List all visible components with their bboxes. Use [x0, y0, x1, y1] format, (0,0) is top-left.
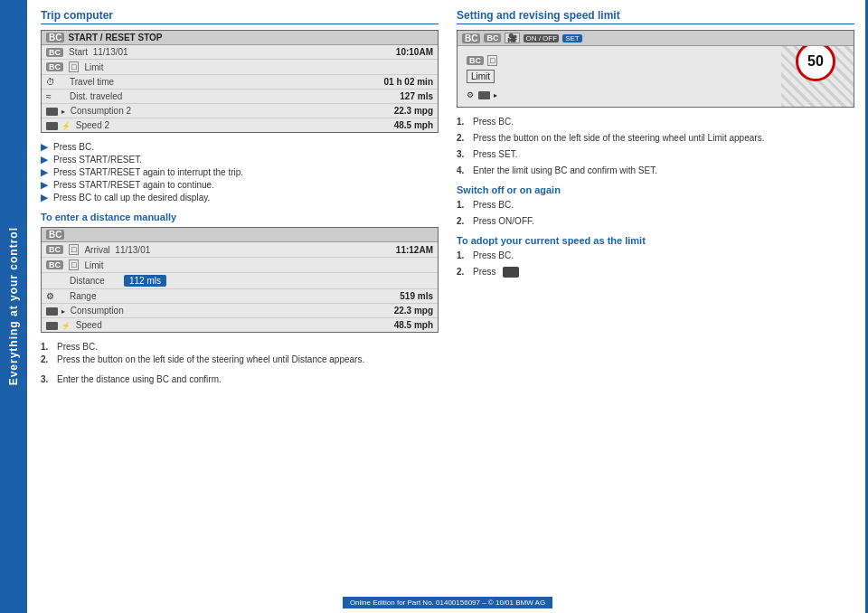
speed-panel-header: BC BC 🎥 ON / OFF SET: [458, 31, 854, 46]
panel1-row-limit: BC □ Limit: [42, 60, 438, 75]
limit-text: Limit: [467, 70, 495, 83]
adopt-step-1: 1. Press BC.: [457, 250, 854, 260]
distance-value-highlighted: 112 mls: [124, 275, 166, 287]
arrival-checkbox: □: [69, 244, 79, 255]
range-icon: ⚙: [46, 291, 64, 301]
cons-value-2: 22.3 mpg: [148, 306, 433, 316]
row-start-time: 10:10AM: [134, 47, 433, 57]
cons-label-1: Consumption 2: [71, 106, 143, 116]
right-column: Setting and revising speed limit BC BC 🎥…: [457, 9, 854, 387]
manual-step-2: 2. Press the button on the left side of …: [41, 354, 439, 364]
limit-label-2: Limit: [84, 260, 156, 270]
bullet-text-3: Press START/RESET again to interrupt the…: [53, 167, 243, 177]
panel1-row-speed: ⚡ Speed 2 48.5 mph: [42, 118, 438, 132]
trip-computer-title: Trip computer: [41, 9, 439, 24]
speed-limit-title: Setting and revising speed limit: [457, 9, 854, 24]
cons-icon-1: ▸: [46, 106, 65, 116]
bullet-text-4: Press START/RESET again to continue.: [53, 180, 214, 190]
two-column-layout: Trip computer BC START / RESET STOP BC S…: [41, 9, 854, 387]
set-button[interactable]: SET: [562, 34, 582, 42]
right-step-text-2: Press the button on the left side of the…: [473, 133, 764, 143]
arrow-icon-1: ▶: [41, 142, 50, 152]
adopt-num-1: 1.: [457, 250, 469, 260]
right-step-2: 2. Press the button on the left side of …: [457, 133, 854, 143]
right-step-1: 1. Press BC.: [457, 117, 854, 127]
panel2-row-arrival: BC □ Arrival 11/13/01 11:12AM: [42, 242, 438, 258]
step-text-2: Press the button on the left side of the…: [57, 354, 364, 364]
bullet-text-1: Press BC.: [53, 142, 94, 152]
panel1-row-travel: ⏱ Travel time 01 h 02 min: [42, 75, 438, 90]
bc-label-1: BC: [46, 33, 64, 42]
camera-row-icon: ⚙: [467, 90, 474, 99]
manual-distance-title: To enter a distance manually: [41, 212, 439, 222]
speed-row-icon: ▸: [478, 90, 497, 99]
right-step-3: 3. Press SET.: [457, 149, 854, 159]
panel2-header: BC: [42, 228, 438, 242]
manual-step-1: 1. Press BC.: [41, 342, 439, 352]
panel1-header: BC START / RESET STOP: [42, 31, 438, 45]
right-step-text-3: Press SET.: [473, 149, 517, 159]
on-off-button[interactable]: ON / OFF: [524, 34, 559, 42]
sidebar: Everything at your control: [0, 0, 27, 613]
panel2-row-limit: BC □ Limit: [42, 258, 438, 273]
arrow-icon-5: ▶: [41, 193, 50, 203]
dist-value-1: 127 mls: [147, 91, 433, 101]
adopt-num-2: 2.: [457, 267, 469, 278]
panel2-row-cons: ▸ Consumption 22.3 mpg: [42, 304, 438, 318]
bullet-3: ▶ Press START/RESET again to interrupt t…: [41, 167, 439, 177]
speed-limit-panel: BC BC 🎥 ON / OFF SET BC □ Limit: [457, 30, 854, 108]
bc-sub-label-1: BC: [46, 48, 63, 57]
cons-label-2: Consumption: [71, 306, 143, 316]
right-step-4: 4. Enter the limit using BC and confirm …: [457, 165, 854, 175]
adopt-text-2: Press: [473, 267, 496, 278]
dist-label-1: Dist. traveled: [70, 91, 142, 101]
cons-value-1: 22.3 mpg: [148, 106, 433, 116]
bullet-text-2: Press START/RESET.: [53, 155, 142, 165]
bullet-5: ▶ Press BC to call up the desired displa…: [41, 193, 439, 203]
clock-icon-1: ⏱: [46, 77, 64, 87]
bc-sub-label-4: BC: [46, 260, 63, 269]
right-step-num-3: 3.: [457, 149, 469, 159]
limit-checkbox-3: □: [487, 55, 497, 66]
range-value: 519 mls: [147, 291, 433, 301]
switch-step-2: 2. Press ON/OFF.: [457, 216, 854, 226]
dist-icon-1: ≈: [46, 91, 64, 101]
panel1-row-cons: ▸ Consumption 2 22.3 mpg: [42, 104, 438, 118]
bc-label-3: BC: [462, 33, 480, 43]
panel1-row-dist: ≈ Dist. traveled 127 mls: [42, 90, 438, 104]
panel2-row-distance: Distance 112 mls: [42, 273, 438, 289]
switch-text-1: Press BC.: [473, 200, 514, 210]
bc-sub-label-5: BC: [484, 33, 501, 42]
adopt-step-2: 2. Press: [457, 267, 854, 278]
range-label: Range: [70, 291, 142, 301]
bullet-1: ▶ Press BC.: [41, 142, 439, 152]
right-step-text-1: Press BC.: [473, 117, 514, 127]
speed-value-1: 48.5 mph: [154, 120, 433, 130]
right-step-num-4: 4.: [457, 165, 469, 175]
arrival-time: 11:12AM: [156, 245, 433, 255]
speed-value-2: 48.5 mph: [154, 320, 433, 330]
distance-panel: BC BC □ Arrival 11/13/01 11:12AM BC □ Li…: [41, 227, 439, 333]
speed-panel-body: BC □ Limit ⚙ ▸: [458, 46, 854, 107]
adopt-title: To adopt your current speed as the limit: [457, 235, 854, 246]
arrival-date: Arrival 11/13/01: [84, 245, 150, 255]
bullet-2: ▶ Press START/RESET.: [41, 155, 439, 165]
step-num-2: 2.: [41, 354, 53, 364]
camera-icon-adopt: [503, 267, 519, 278]
sidebar-label: Everything at your control: [7, 227, 20, 385]
camera-icon-panel: 🎥: [505, 33, 520, 43]
left-column: Trip computer BC START / RESET STOP BC S…: [41, 9, 439, 387]
trip-computer-panel: BC START / RESET STOP BC Start 11/13/01 …: [41, 30, 439, 133]
distance-label: Distance: [46, 276, 118, 286]
bc-sub-label-2: BC: [46, 62, 63, 71]
limit-row-speed: BC □: [467, 53, 781, 68]
panel2-row-range: ⚙ Range 519 mls: [42, 289, 438, 304]
switch-step-1: 1. Press BC.: [457, 200, 854, 210]
arrow-icon-2: ▶: [41, 155, 50, 165]
limit-checkbox-2: □: [69, 259, 79, 270]
limit-checkbox: □: [69, 61, 79, 72]
right-step-num-1: 1.: [457, 117, 469, 127]
arrow-icon-3: ▶: [41, 167, 50, 177]
limit-row-label: Limit: [467, 68, 781, 85]
right-step-text-4: Enter the limit using BC and confirm wit…: [473, 165, 657, 175]
